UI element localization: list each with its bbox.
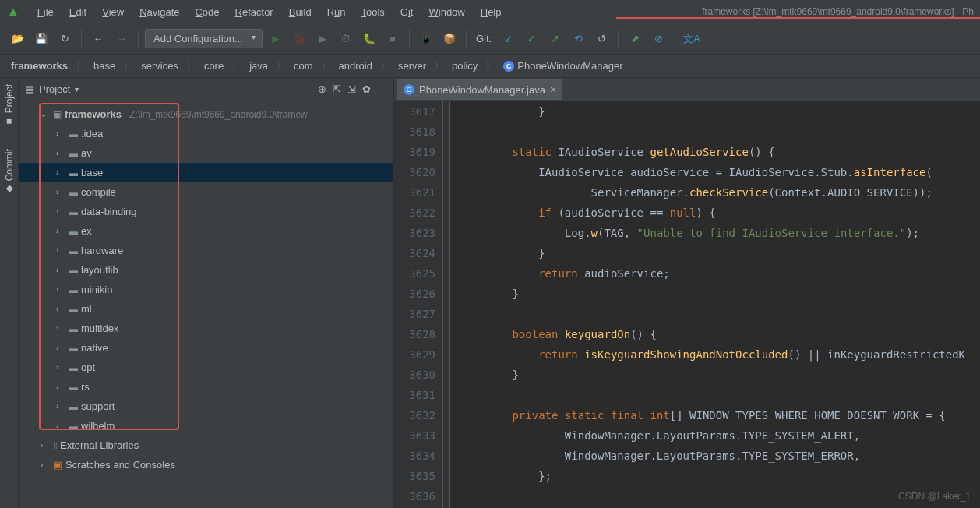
profile-icon[interactable]: ⏱: [336, 29, 356, 49]
chevron-down-icon[interactable]: ⌄: [41, 110, 50, 118]
tree-folder[interactable]: ›▬base: [19, 163, 393, 182]
menu-build[interactable]: Build: [281, 3, 319, 21]
device-icon[interactable]: 📱: [416, 29, 436, 49]
menu-tools[interactable]: Tools: [353, 3, 392, 21]
code-content[interactable]: } static IAudioService getAudioService()…: [450, 101, 980, 508]
tree-folder[interactable]: ›▬wilhelm: [19, 416, 393, 436]
save-icon[interactable]: 💾: [31, 29, 51, 49]
watermark: CSDN @Laker_1: [898, 491, 971, 502]
project-tree[interactable]: ⌄ ▣ frameworks Z:\lm_mtk9669\mt9669_andr…: [19, 101, 393, 508]
tree-root[interactable]: ⌄ ▣ frameworks Z:\lm_mtk9669\mt9669_andr…: [19, 104, 393, 124]
coverage-icon[interactable]: ▶: [312, 29, 333, 49]
tree-folder[interactable]: ›▬hardware: [19, 241, 393, 260]
refresh-icon[interactable]: ↻: [55, 29, 75, 49]
tree-scratches[interactable]: › ▣ Scratches and Consoles: [19, 455, 393, 474]
git-history-icon[interactable]: ⟲: [568, 29, 588, 49]
chevron-right-icon[interactable]: ›: [56, 207, 65, 216]
chevron-right-icon[interactable]: ›: [56, 168, 65, 177]
menu-run[interactable]: Run: [319, 3, 354, 21]
tree-folder[interactable]: ›▬layoutlib: [19, 260, 393, 280]
chevron-right-icon[interactable]: ›: [56, 383, 65, 391]
tree-folder[interactable]: ›▬compile: [19, 182, 393, 202]
tree-external-libs[interactable]: › ⦀ External Libraries: [19, 436, 393, 455]
select-opened-icon[interactable]: ⊕: [318, 83, 326, 95]
menu-edit[interactable]: Edit: [62, 3, 94, 21]
tree-folder[interactable]: ›▬rs: [19, 377, 393, 397]
stop-icon[interactable]: ■: [382, 29, 403, 49]
breadcrumb-item[interactable]: policy: [449, 58, 481, 73]
forward-icon[interactable]: →: [111, 29, 132, 49]
editor-tab[interactable]: C PhoneWindowManager.java ×: [397, 79, 562, 100]
project-panel-header: ▤ Project ▾ ⊕ ⇱ ⇲ ✿ —: [19, 78, 393, 101]
tree-folder[interactable]: ›▬multidex: [19, 319, 393, 338]
chevron-right-icon[interactable]: ›: [56, 324, 65, 333]
breadcrumb-item[interactable]: android: [336, 58, 375, 73]
chevron-right-icon[interactable]: ›: [56, 402, 65, 411]
chevron-right-icon[interactable]: ›: [56, 227, 65, 235]
breadcrumb-item[interactable]: C PhoneWindowManager: [500, 58, 626, 73]
git-update-icon[interactable]: ↙: [498, 29, 518, 49]
tree-folder[interactable]: ›▬ml: [19, 299, 393, 319]
menu-code[interactable]: Code: [187, 3, 227, 21]
navigation-breadcrumb: frameworks 〉 base 〉 services 〉 core 〉 ja…: [0, 55, 980, 78]
chevron-right-icon[interactable]: ›: [56, 246, 65, 255]
menu-navigate[interactable]: Navigate: [132, 3, 187, 21]
chevron-right-icon[interactable]: ›: [56, 266, 65, 274]
breadcrumb-item[interactable]: server: [395, 58, 429, 73]
folder-icon: ▬: [69, 323, 78, 334]
tree-folder[interactable]: ›▬native: [19, 338, 393, 358]
dropdown-icon[interactable]: ▾: [75, 85, 79, 93]
attach-icon[interactable]: 🐛: [359, 29, 379, 49]
menu-git[interactable]: Git: [393, 3, 421, 21]
menu-help[interactable]: Help: [473, 3, 509, 21]
tree-folder[interactable]: ›▬av: [19, 143, 393, 163]
expand-icon[interactable]: ⇱: [333, 83, 341, 95]
tree-folder[interactable]: ›▬ex: [19, 221, 393, 241]
git-commit-icon[interactable]: ✓: [521, 29, 541, 49]
menu-window[interactable]: Window: [421, 3, 472, 21]
tree-folder[interactable]: ›▬.idea: [19, 124, 393, 143]
chevron-right-icon[interactable]: ›: [41, 460, 50, 469]
git-push-icon[interactable]: ↗: [545, 29, 565, 49]
close-icon[interactable]: ×: [550, 83, 556, 96]
chevron-right-icon[interactable]: ›: [56, 305, 65, 313]
folder-icon: ▬: [69, 304, 78, 315]
menu-file[interactable]: File: [30, 3, 62, 21]
inspect-icon[interactable]: ⬈: [625, 29, 645, 49]
chevron-right-icon[interactable]: ›: [56, 285, 65, 294]
tree-folder[interactable]: ›▬opt: [19, 358, 393, 377]
chevron-right-icon[interactable]: ›: [56, 129, 65, 138]
tab-project[interactable]: ■Project: [4, 84, 15, 127]
sync-icon[interactable]: 📦: [439, 29, 460, 49]
chevron-right-icon[interactable]: ›: [56, 422, 65, 430]
git-rollback-icon[interactable]: ↺: [591, 29, 612, 49]
breadcrumb-item[interactable]: java: [246, 58, 271, 73]
chevron-right-icon[interactable]: ›: [56, 149, 65, 157]
collapse-icon[interactable]: ⇲: [347, 83, 356, 95]
breadcrumb-item[interactable]: com: [291, 58, 316, 73]
menu-view[interactable]: View: [94, 3, 132, 21]
code-editor[interactable]: 3617361836193620362136223623362436253626…: [394, 101, 980, 508]
debug-icon[interactable]: 🐞: [289, 29, 309, 49]
breadcrumb-item[interactable]: core: [201, 58, 227, 73]
chevron-right-icon[interactable]: ›: [56, 363, 65, 372]
run-config-dropdown[interactable]: Add Configuration...: [145, 29, 263, 48]
chevron-right-icon[interactable]: ›: [56, 188, 65, 196]
translate-icon[interactable]: 文A: [682, 29, 702, 49]
breadcrumb-item[interactable]: services: [138, 58, 182, 73]
tab-commit[interactable]: ◆Commit: [4, 149, 15, 195]
tree-folder[interactable]: ›▬data-binding: [19, 202, 393, 221]
tree-folder[interactable]: ›▬support: [19, 397, 393, 416]
no-icon[interactable]: ⊘: [648, 29, 668, 49]
breadcrumb-item[interactable]: frameworks: [8, 58, 71, 73]
tree-folder[interactable]: ›▬minikin: [19, 280, 393, 299]
run-icon[interactable]: ▶: [266, 29, 286, 49]
menu-refactor[interactable]: Refactor: [227, 3, 281, 21]
breadcrumb-item[interactable]: base: [90, 58, 118, 73]
chevron-right-icon[interactable]: ›: [56, 344, 65, 352]
open-icon[interactable]: 📂: [8, 29, 28, 49]
back-icon[interactable]: ←: [88, 29, 108, 49]
settings-gear-icon[interactable]: ✿: [362, 83, 371, 95]
hide-icon[interactable]: —: [377, 83, 387, 95]
chevron-right-icon[interactable]: ›: [41, 441, 50, 450]
